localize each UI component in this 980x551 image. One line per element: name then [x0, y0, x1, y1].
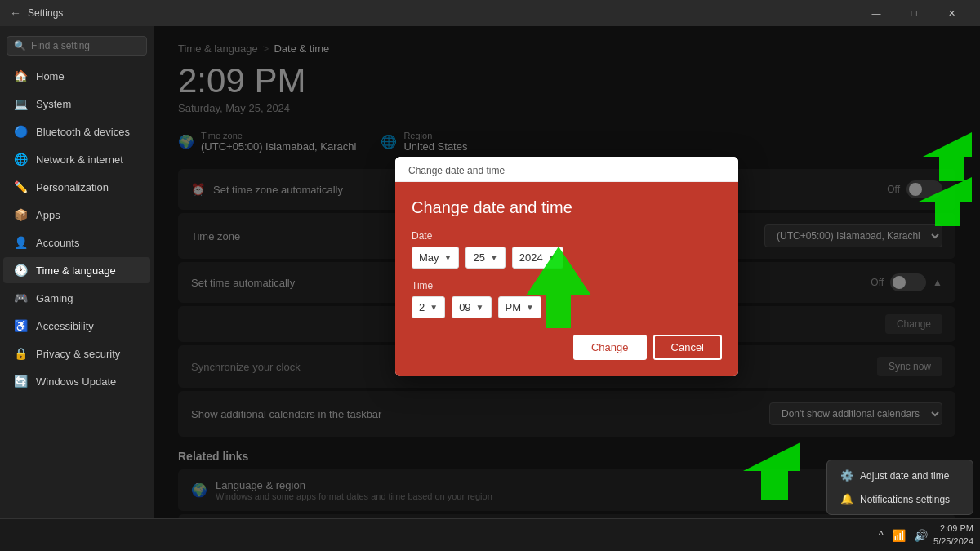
day-select[interactable]: 25 ▼ [466, 247, 505, 269]
context-menu-notifications-label: Notifications settings [860, 494, 950, 505]
sidebar-item-label: Gaming [36, 292, 74, 304]
modal-date-dropdowns: May ▼ 25 ▼ 2024 ▼ [412, 247, 722, 269]
sidebar-item-label: Personalization [36, 181, 109, 193]
context-menu-adjust-label: Adjust date and time [860, 470, 949, 482]
sidebar-item-label: Network & internet [36, 153, 123, 166]
sidebar: 🔍 🏠 Home 💻 System 🔵 Bluetooth & devices … [0, 26, 154, 518]
sidebar-item-gaming[interactable]: 🎮 Gaming [3, 285, 150, 311]
taskbar-clock-time: 2:09 PM [933, 522, 973, 535]
sidebar-item-personalization[interactable]: ✏️ Personalization [3, 174, 150, 200]
month-chevron-icon: ▼ [444, 253, 452, 262]
minimize-button[interactable]: — [858, 0, 895, 26]
context-menu-adjust-datetime[interactable]: ⚙️ Adjust date and time [831, 464, 969, 487]
day-value: 25 [473, 251, 484, 264]
taskbar-clock[interactable]: 2:09 PM 5/25/2024 [933, 522, 973, 548]
titlebar-title: Settings [28, 7, 63, 19]
sidebar-item-label: Time & language [36, 264, 116, 277]
taskbar-clock-date: 5/25/2024 [933, 535, 973, 548]
back-icon[interactable]: ← [10, 7, 21, 20]
titlebar: ← Settings — □ ✕ [0, 0, 980, 26]
year-select[interactable]: 2024 ▼ [512, 247, 564, 269]
adjust-datetime-icon: ⚙️ [840, 469, 853, 482]
modal-time-dropdowns: 2 ▼ 09 ▼ PM ▼ [412, 296, 722, 318]
modal-change-button[interactable]: Change [573, 335, 647, 360]
apps-icon: 📦 [13, 208, 28, 221]
maximize-button[interactable]: □ [895, 0, 933, 26]
minute-value: 09 [459, 301, 470, 313]
context-menu-notifications[interactable]: 🔔 Notifications settings [831, 487, 969, 511]
update-icon: 🔄 [13, 375, 28, 388]
ampm-select[interactable]: PM ▼ [498, 296, 541, 318]
modal-actions: Change Cancel [412, 335, 722, 360]
privacy-icon: 🔒 [13, 347, 28, 360]
modal-heading: Change date and time [412, 198, 722, 217]
gaming-icon: 🎮 [13, 291, 28, 304]
personalization-icon: ✏️ [13, 180, 28, 193]
notifications-icon: 🔔 [840, 493, 853, 505]
ampm-value: PM [506, 301, 522, 313]
sidebar-item-update[interactable]: 🔄 Windows Update [3, 368, 150, 394]
month-value: May [419, 251, 439, 264]
taskbar-chevron-icon[interactable]: ^ [875, 529, 886, 542]
hour-value: 2 [419, 301, 425, 313]
sidebar-item-label: System [36, 98, 71, 110]
minute-chevron-icon: ▼ [476, 303, 484, 312]
sidebar-item-label: Bluetooth & devices [36, 126, 130, 138]
month-select[interactable]: May ▼ [412, 247, 459, 269]
sidebar-item-time[interactable]: 🕐 Time & language [3, 257, 150, 283]
taskbar: ^ 📶 🔊 2:09 PM 5/25/2024 [0, 518, 980, 551]
sidebar-item-network[interactable]: 🌐 Network & internet [3, 146, 150, 172]
hour-select[interactable]: 2 ▼ [412, 296, 445, 318]
sidebar-item-label: Privacy & security [36, 348, 120, 360]
taskbar-sound-icon[interactable]: 🔊 [911, 529, 930, 542]
sidebar-item-privacy[interactable]: 🔒 Privacy & security [3, 340, 150, 367]
taskbar-network-icon[interactable]: 📶 [889, 529, 908, 542]
sidebar-item-accessibility[interactable]: ♿ Accessibility [3, 313, 150, 339]
sidebar-item-label: Accounts [36, 237, 79, 249]
sidebar-item-label: Apps [36, 209, 60, 221]
system-icon: 💻 [13, 97, 28, 110]
context-menu: ⚙️ Adjust date and time 🔔 Notifications … [826, 460, 973, 515]
titlebar-controls: — □ ✕ [858, 0, 970, 26]
modal-title-bar: Change date and time [395, 157, 738, 182]
day-chevron-icon: ▼ [490, 253, 498, 262]
modal-time-label: Time [412, 280, 722, 291]
sidebar-item-accounts[interactable]: 👤 Accounts [3, 229, 150, 256]
modal-date-label: Date [412, 230, 722, 242]
home-icon: 🏠 [13, 69, 28, 82]
search-input[interactable] [31, 40, 140, 51]
sidebar-item-bluetooth[interactable]: 🔵 Bluetooth & devices [3, 118, 150, 144]
change-datetime-modal: Change date and time Change date and tim… [395, 157, 738, 376]
accessibility-icon: ♿ [13, 319, 28, 332]
modal-cancel-button[interactable]: Cancel [653, 335, 722, 360]
accounts-icon: 👤 [13, 236, 28, 249]
taskbar-right: ^ 📶 🔊 2:09 PM 5/25/2024 [875, 522, 973, 548]
app-body: 🔍 🏠 Home 💻 System 🔵 Bluetooth & devices … [0, 26, 980, 518]
main-content: Time & language > Date & time 2:09 PM Sa… [154, 26, 980, 518]
sidebar-item-system[interactable]: 💻 System [3, 91, 150, 117]
sidebar-item-apps[interactable]: 📦 Apps [3, 202, 150, 228]
titlebar-left: ← Settings [10, 7, 63, 20]
bluetooth-icon: 🔵 [13, 125, 28, 138]
time-icon: 🕐 [13, 264, 28, 277]
sidebar-item-home[interactable]: 🏠 Home [3, 63, 150, 89]
search-icon: 🔍 [14, 40, 26, 51]
sidebar-item-label: Home [36, 70, 65, 82]
close-button[interactable]: ✕ [933, 0, 970, 26]
sidebar-item-label: Windows Update [36, 375, 116, 388]
year-chevron-icon: ▼ [548, 253, 556, 262]
minute-select[interactable]: 09 ▼ [452, 296, 491, 318]
modal-overlay: Change date and time Change date and tim… [154, 26, 980, 518]
network-icon: 🌐 [13, 153, 28, 166]
year-value: 2024 [519, 251, 543, 264]
modal-body: Change date and time Date May ▼ 25 ▼ 202… [395, 182, 738, 376]
sidebar-item-label: Accessibility [36, 320, 94, 332]
ampm-chevron-icon: ▼ [526, 303, 534, 312]
hour-chevron-icon: ▼ [430, 303, 438, 312]
search-box[interactable]: 🔍 [7, 36, 147, 56]
